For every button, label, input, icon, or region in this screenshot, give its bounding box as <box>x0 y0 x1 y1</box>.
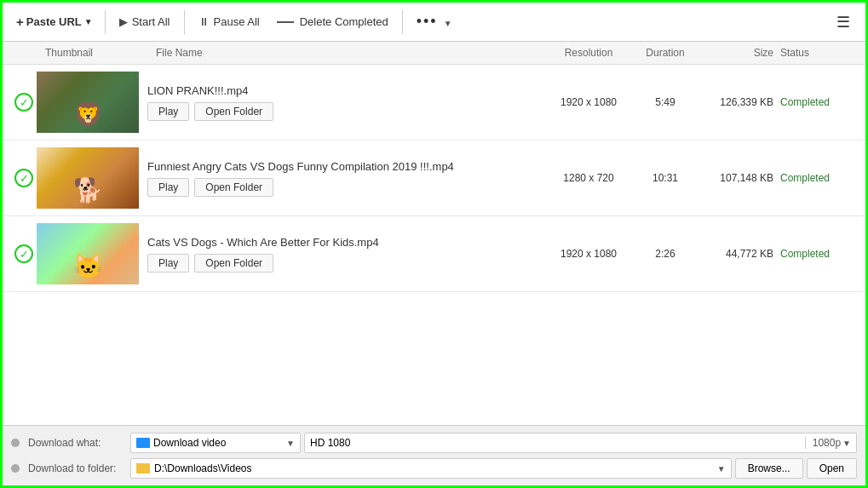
item-actions-2: Play Open Folder <box>147 178 542 197</box>
item-actions-3: Play Open Folder <box>147 254 542 273</box>
completed-check-icon: ✓ <box>14 244 33 263</box>
download-to-row: Download to folder: D:\Downloads\Videos … <box>11 458 857 479</box>
folder-arrow-icon: ▼ <box>717 464 726 474</box>
status-3: Completed <box>780 248 865 260</box>
table-row: ✓ 🦁 LION PRANK!!!.mp4 Play Open Folder 1… <box>3 65 865 141</box>
start-all-button[interactable]: ▶ Start All <box>112 12 177 32</box>
folder-icon <box>136 463 150 474</box>
size-3: 44,772 KB <box>695 248 780 260</box>
folder-row: D:\Downloads\Videos ▼ Browse... Open <box>130 458 857 479</box>
more-dropdown-icon: ▼ <box>444 19 454 28</box>
hamburger-icon: ☰ <box>836 14 850 31</box>
download-what-dot <box>11 439 20 447</box>
filename-2: Funniest Angry Cats VS Dogs Funny Compil… <box>147 160 542 173</box>
thumbnail-1: 🦁 <box>37 72 139 133</box>
col-header-duration: Duration <box>635 47 695 59</box>
play-button-2[interactable]: Play <box>147 178 189 197</box>
download-what-row: Download what: Download video ▼ HD 1080 … <box>11 433 857 453</box>
divider-3 <box>402 10 403 34</box>
folder-path-select[interactable]: D:\Downloads\Videos ▼ <box>130 458 732 479</box>
bottom-bar: Download what: Download video ▼ HD 1080 … <box>3 425 865 485</box>
resolution-3: 1920 x 1080 <box>542 248 635 260</box>
duration-2: 10:31 <box>635 172 695 184</box>
table-row: ✓ 🐱 Cats VS Dogs - Which Are Better For … <box>3 216 865 292</box>
pause-all-button[interactable]: ⏸ Pause All <box>192 12 267 32</box>
thumbnail-3: 🐱 <box>37 223 139 284</box>
status-2: Completed <box>780 172 865 184</box>
col-header-resolution: Resolution <box>542 47 635 59</box>
quality-right: 1080p ▼ <box>805 437 851 449</box>
play-icon: ▶ <box>119 15 128 28</box>
download-what-select[interactable]: Download video ▼ <box>130 433 301 453</box>
thumb-figure-1: 🦁 <box>73 100 103 129</box>
item-info-2: Funniest Angry Cats VS Dogs Funny Compil… <box>147 160 542 197</box>
delete-icon <box>277 21 294 23</box>
delete-completed-label: Delete Completed <box>300 15 388 28</box>
download-what-select-container: Download video ▼ HD 1080 1080p ▼ <box>130 433 857 453</box>
table-header: Thumbnail File Name Resolution Duration … <box>3 42 865 65</box>
size-1: 126,339 KB <box>695 96 780 108</box>
table-row: ✓ 🐕 Funniest Angry Cats VS Dogs Funny Co… <box>3 141 865 216</box>
delete-completed-button[interactable]: Delete Completed <box>270 12 395 32</box>
item-actions-1: Play Open Folder <box>147 102 542 121</box>
play-button-3[interactable]: Play <box>147 254 189 273</box>
start-all-label: Start All <box>132 15 170 28</box>
duration-3: 2:26 <box>635 248 695 260</box>
item-check-1: ✓ <box>11 93 37 112</box>
size-2: 107,148 KB <box>695 172 780 184</box>
completed-check-icon: ✓ <box>14 93 33 112</box>
filename-1: LION PRANK!!!.mp4 <box>147 84 542 97</box>
browse-button[interactable]: Browse... <box>735 458 803 479</box>
divider-1 <box>105 10 106 34</box>
download-to-dot <box>11 464 20 473</box>
divider-2 <box>184 10 185 34</box>
resolution-1: 1920 x 1080 <box>542 96 635 108</box>
pause-icon: ⏸ <box>198 15 210 28</box>
quality-select[interactable]: HD 1080 1080p ▼ <box>304 433 857 453</box>
open-button[interactable]: Open <box>807 458 857 479</box>
play-button-1[interactable]: Play <box>147 102 189 121</box>
filename-3: Cats VS Dogs - Which Are Better For Kids… <box>147 236 542 249</box>
paste-url-button[interactable]: + Paste URL ▼ <box>11 11 98 32</box>
col-header-filename: File Name <box>156 47 542 59</box>
item-info-3: Cats VS Dogs - Which Are Better For Kids… <box>147 236 542 273</box>
col-header-status: Status <box>780 47 865 59</box>
plus-icon: + <box>16 14 24 29</box>
ellipsis-icon: ••• <box>417 13 438 30</box>
pause-all-label: Pause All <box>214 15 260 28</box>
download-to-label: Download to folder: <box>28 462 122 474</box>
col-header-size: Size <box>695 47 780 59</box>
download-what-value: Download video <box>153 437 283 449</box>
completed-check-icon: ✓ <box>14 169 33 187</box>
open-folder-button-3[interactable]: Open Folder <box>194 254 273 273</box>
paste-url-label: Paste URL <box>26 15 82 28</box>
hamburger-menu-button[interactable]: ☰ <box>830 9 857 35</box>
item-info-1: LION PRANK!!!.mp4 Play Open Folder <box>147 84 542 121</box>
thumbnail-2: 🐕 <box>37 147 139 209</box>
open-folder-button-1[interactable]: Open Folder <box>194 102 273 121</box>
status-1: Completed <box>780 96 865 108</box>
download-list: ✓ 🦁 LION PRANK!!!.mp4 Play Open Folder 1… <box>3 65 865 425</box>
download-what-arrow-icon: ▼ <box>286 439 295 448</box>
thumb-figure-2: 🐕 <box>73 176 103 204</box>
more-options-button[interactable]: ••• ▼ <box>410 9 461 34</box>
video-icon <box>136 438 150 448</box>
open-folder-button-2[interactable]: Open Folder <box>194 178 273 197</box>
item-check-2: ✓ <box>11 169 37 187</box>
col-header-thumbnail: Thumbnail <box>45 47 156 59</box>
quality-arrow-icon: ▼ <box>842 439 851 448</box>
item-check-3: ✓ <box>11 244 37 263</box>
folder-path: D:\Downloads\Videos <box>154 462 714 474</box>
dropdown-arrow-icon: ▼ <box>84 17 93 26</box>
quality-label: HD 1080 <box>310 437 805 449</box>
quality-value: 1080p <box>805 437 841 449</box>
thumb-figure-3: 🐱 <box>73 252 103 280</box>
toolbar: + Paste URL ▼ ▶ Start All ⏸ Pause All De… <box>3 3 865 42</box>
download-what-label: Download what: <box>28 437 122 449</box>
duration-1: 5:49 <box>635 96 695 108</box>
resolution-2: 1280 x 720 <box>542 172 635 184</box>
